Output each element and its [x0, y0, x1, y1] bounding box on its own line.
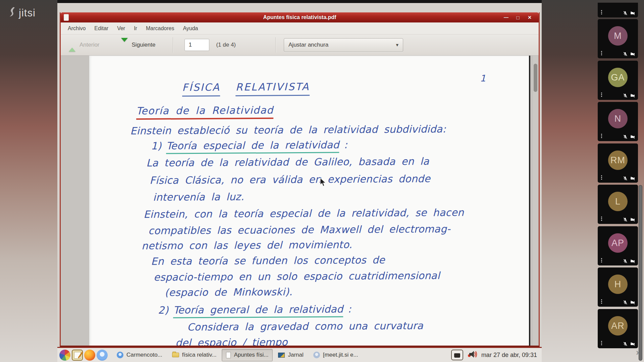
volume-icon[interactable] — [467, 350, 477, 360]
participant-tile[interactable]: N — [598, 102, 638, 141]
jarnal-launcher-icon[interactable] — [72, 350, 83, 361]
avatar-initials: AR — [611, 321, 625, 331]
menu-editar[interactable]: Editar — [90, 22, 113, 35]
filmstrip-scrollbar[interactable] — [639, 185, 642, 360]
participant-tile[interactable]: GA — [598, 61, 638, 100]
participant-tile[interactable]: M — [598, 19, 638, 58]
taskbar-window-meet-jitsi[interactable]: [meet.jit.si e... — [309, 349, 363, 361]
mouse-cursor — [319, 178, 327, 188]
menu-marcadores[interactable]: Marcadores — [142, 22, 178, 35]
toolbar: Anterior Siguiente 1 (1 de 4) Ajustar an… — [61, 35, 539, 56]
page-number-value: 1 — [189, 42, 192, 48]
taskbar-clock[interactable]: mar 27 de abr, 09:31 — [481, 352, 537, 359]
participant-tile[interactable]: AR — [598, 309, 638, 348]
zoom-mode-dropdown[interactable]: Ajustar anchura ▾ — [284, 38, 403, 52]
next-label: Siguiente — [132, 42, 156, 48]
minimize-icon[interactable]: — — [503, 15, 509, 20]
participant-tile-partial[interactable] — [598, 3, 638, 17]
taskbar-window-apuntes-pdf[interactable]: Apuntes físi... — [222, 349, 273, 361]
note-line: intervenía la luz. — [153, 191, 244, 203]
note-title-word: FÍSICA — [182, 81, 220, 97]
note-line: netismo con las leyes del movimiento. — [142, 239, 352, 252]
tray-device-icon[interactable] — [451, 350, 463, 360]
note-line: Física Clásica, no era válida en experie… — [150, 173, 430, 186]
taskbar-window-jarnal[interactable]: Jarnal — [274, 349, 308, 361]
taskbar: Carmencoto... física relativ... Apuntes … — [57, 347, 542, 362]
chevron-right-icon[interactable]: › — [636, 347, 639, 358]
tile-menu-icon[interactable] — [601, 341, 602, 345]
menu-ver[interactable]: Ver — [113, 22, 129, 35]
tile-menu-icon[interactable] — [601, 175, 602, 180]
note-line: Einstein estableció su teoría de la rela… — [130, 123, 446, 137]
note-item-number: 2) — [158, 304, 169, 316]
camera-muted-icon — [630, 342, 635, 346]
mic-muted-icon — [623, 176, 628, 181]
avatar: GA — [608, 68, 628, 87]
avatar-initials: L — [615, 196, 621, 207]
jitsi-watermark: jitsi — [8, 7, 36, 19]
app-launcher-icon[interactable] — [59, 350, 70, 361]
mic-muted-icon — [623, 342, 628, 346]
note-line: Considera la gravedad como una curvatura — [187, 320, 423, 333]
window-titlebar[interactable]: Apuntes física relativista.pdf — □ ✕ — [61, 12, 539, 22]
previous-label: Anterior — [79, 42, 100, 48]
avatar-initials: H — [614, 279, 622, 290]
participant-tile[interactable]: H — [598, 267, 638, 307]
taskbar-window-label: Apuntes físi... — [234, 352, 268, 358]
arrow-up-icon — [69, 42, 75, 48]
scrollbar-thumb[interactable] — [534, 64, 537, 92]
shared-screen: Apuntes física relativista.pdf — □ ✕ Arc… — [57, 0, 542, 362]
pdf-viewer-window: Apuntes física relativista.pdf — □ ✕ Arc… — [60, 12, 540, 347]
participant-tile[interactable]: L — [598, 185, 638, 224]
tile-menu-icon[interactable] — [601, 299, 602, 304]
document-scrollbar[interactable] — [533, 56, 538, 346]
previous-page-button[interactable]: Anterior — [69, 42, 100, 48]
next-page-button[interactable]: Siguiente — [121, 42, 156, 48]
note-title-word: RELATIVISTA — [235, 81, 310, 96]
menubar: Archivo Editar Ver Ir Marcadores Ayuda — [61, 22, 539, 35]
note-item-number: 1) — [151, 140, 162, 152]
firefox-icon[interactable] — [84, 350, 95, 361]
mic-muted-icon — [623, 259, 628, 263]
avatar: RM — [608, 150, 628, 170]
mic-muted-icon — [623, 300, 628, 305]
avatar: L — [608, 192, 628, 211]
taskbar-window-fisica-folder[interactable]: física relativ... — [168, 349, 221, 361]
jitsi-logo-icon — [8, 7, 17, 19]
menu-archivo[interactable]: Archivo — [63, 22, 90, 35]
avatar-initials: AP — [611, 238, 624, 248]
camera-muted-icon — [630, 300, 635, 305]
maximize-icon[interactable]: □ — [515, 15, 521, 20]
participant-tile[interactable]: RM — [598, 143, 638, 183]
note-item2-heading: 2)Teoría general de la relatividad: — [158, 303, 352, 316]
menu-ir[interactable]: Ir — [129, 22, 142, 35]
jarnal-icon — [278, 353, 285, 358]
note-line: En esta teoría se funden los conceptos d… — [151, 254, 385, 267]
participant-tile[interactable]: AP — [598, 226, 638, 265]
jitsi-brand-text: jitsi — [19, 7, 36, 19]
tile-menu-icon[interactable] — [601, 93, 602, 97]
tile-menu-icon[interactable] — [601, 10, 602, 14]
note-subtitle: Teoría de la Relatividad — [136, 104, 273, 117]
tile-menu-icon[interactable] — [601, 217, 602, 221]
note-line: La teoría de la relatividad de Galileo, … — [146, 155, 429, 169]
taskbar-window-carmencoto[interactable]: Carmencoto... — [112, 349, 167, 361]
tile-menu-icon[interactable] — [601, 258, 602, 262]
tile-menu-icon[interactable] — [601, 51, 602, 55]
menu-ayuda[interactable]: Ayuda — [178, 22, 202, 35]
chromium-icon[interactable] — [97, 350, 108, 361]
close-icon[interactable]: ✕ — [527, 15, 533, 20]
tile-menu-icon[interactable] — [601, 134, 602, 138]
note-line: Einstein, con la teoría especial de la r… — [144, 206, 464, 220]
note-line: (espacio de Minkowski). — [165, 286, 292, 298]
note-line: espacio-tiempo en un solo espacio cuatri… — [154, 269, 440, 283]
page-number-input[interactable]: 1 — [184, 39, 209, 51]
tile-status — [623, 259, 635, 263]
avatar-initials: M — [614, 31, 622, 41]
taskbar-window-label: física relativ... — [182, 352, 217, 358]
window-title: Apuntes física relativista.pdf — [61, 14, 539, 20]
camera-muted-icon — [630, 93, 635, 98]
screen-top-edge — [57, 0, 542, 3]
document-viewport[interactable]: 1 FÍSICARELATIVISTA Teoría de la Relativ… — [61, 56, 539, 346]
note-item-title: Teoría especial de la relatividad — [166, 139, 339, 154]
